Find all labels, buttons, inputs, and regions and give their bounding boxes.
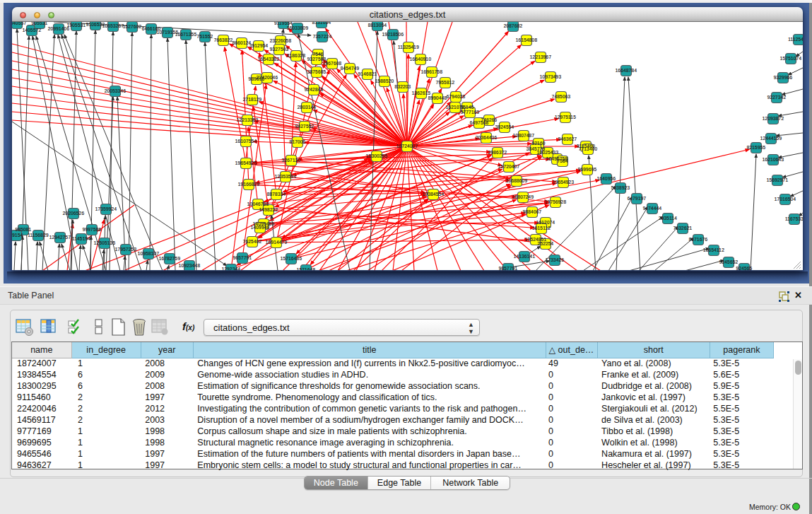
svg-text:751552: 751552 [197, 34, 213, 39]
svg-text:15692971: 15692971 [767, 177, 789, 182]
svg-text:10046788: 10046788 [247, 201, 269, 206]
svg-text:12093872: 12093872 [763, 116, 784, 121]
svg-text:11125419: 11125419 [788, 37, 803, 42]
svg-text:19166829: 19166829 [238, 182, 260, 187]
svg-text:9474444: 9474444 [643, 206, 662, 211]
svg-text:8427552: 8427552 [295, 124, 314, 129]
svg-text:7713400: 7713400 [579, 146, 598, 151]
svg-text:8131054: 8131054 [312, 22, 331, 25]
svg-text:18807249: 18807249 [512, 194, 534, 199]
svg-text:7357224: 7357224 [313, 34, 332, 39]
svg-text:19218506: 19218506 [382, 32, 404, 37]
svg-text:985081: 985081 [16, 227, 32, 232]
svg-text:9463627: 9463627 [558, 136, 577, 141]
svg-text:1588520: 1588520 [375, 78, 394, 83]
svg-text:10973493: 10973493 [540, 74, 562, 79]
svg-text:12213383: 12213383 [237, 117, 259, 122]
svg-text:10958107: 10958107 [138, 251, 160, 256]
svg-text:12213967: 12213967 [530, 54, 552, 59]
svg-text:17957253: 17957253 [115, 247, 137, 252]
svg-text:7546: 7546 [312, 52, 323, 57]
svg-text:19756928: 19756928 [545, 199, 567, 204]
svg-text:19654925: 19654925 [235, 160, 257, 165]
svg-text:12444159: 12444159 [760, 136, 782, 141]
svg-text:10654112: 10654112 [703, 247, 724, 252]
svg-text:1167533: 1167533 [785, 216, 803, 221]
svg-text:9329966: 9329966 [774, 75, 793, 80]
svg-text:16914479: 16914479 [266, 240, 288, 245]
svg-text:19384554: 19384554 [423, 192, 445, 197]
svg-text:1571648: 1571648 [297, 267, 316, 271]
svg-text:23226058: 23226058 [270, 38, 292, 43]
svg-text:7663822: 7663822 [214, 37, 233, 42]
svg-text:9997586: 9997586 [83, 227, 102, 232]
svg-text:16107554: 16107554 [235, 139, 257, 144]
svg-text:9227342: 9227342 [767, 95, 787, 100]
svg-text:15751074: 15751074 [780, 56, 802, 61]
svg-text:16543382: 16543382 [258, 57, 280, 62]
svg-text:1527602: 1527602 [123, 24, 142, 29]
svg-text:3845779: 3845779 [526, 146, 546, 151]
svg-text:9884067: 9884067 [523, 209, 542, 214]
svg-text:2087682: 2087682 [504, 23, 523, 28]
svg-text:12942757: 12942757 [49, 235, 71, 240]
svg-text:8454749: 8454749 [341, 66, 360, 71]
svg-text:14136141: 14136141 [514, 254, 536, 259]
svg-text:8471676: 8471676 [689, 237, 708, 242]
svg-text:16210643: 16210643 [763, 157, 784, 162]
svg-text:17016504: 17016504 [775, 197, 796, 201]
svg-text:1615112: 1615112 [532, 226, 551, 230]
svg-text:16648784: 16648784 [616, 68, 637, 73]
svg-text:3267130: 3267130 [282, 158, 301, 163]
svg-text:8186328: 8186328 [287, 53, 306, 58]
svg-text:9777169: 9777169 [461, 110, 480, 115]
svg-text:15720407: 15720407 [498, 164, 520, 169]
svg-text:3824554: 3824554 [495, 124, 514, 129]
svg-text:16671355: 16671355 [175, 32, 197, 37]
svg-text:2935114: 2935114 [659, 216, 677, 221]
svg-text:2967608: 2967608 [323, 61, 342, 66]
svg-text:9657791: 9657791 [233, 255, 252, 260]
svg-text:9245652: 9245652 [719, 259, 739, 264]
svg-text:1905531: 1905531 [67, 23, 86, 28]
svg-text:18724007: 18724007 [396, 144, 418, 148]
svg-text:18300295: 18300295 [366, 153, 388, 158]
svg-text:9857791: 9857791 [499, 266, 518, 271]
svg-text:989616: 989616 [249, 76, 265, 81]
svg-text:9146821: 9146821 [358, 71, 377, 76]
svg-text:10653267: 10653267 [102, 23, 124, 28]
svg-text:1145194: 1145194 [72, 236, 90, 241]
svg-text:12975115: 12975115 [555, 115, 576, 119]
svg-text:5938923: 5938923 [611, 185, 630, 190]
svg-text:16961758: 16961758 [421, 69, 443, 74]
svg-text:16033809: 16033809 [287, 25, 309, 30]
svg-text:8990448: 8990448 [428, 95, 447, 100]
svg-text:20364436: 20364436 [476, 135, 498, 140]
svg-text:3875685: 3875685 [307, 69, 326, 74]
svg-text:20206526: 20206526 [63, 211, 85, 216]
svg-text:1405572: 1405572 [23, 28, 42, 33]
svg-text:7625402: 7625402 [243, 239, 262, 244]
svg-text:6479197: 6479197 [628, 196, 647, 201]
svg-text:16154808: 16154808 [516, 37, 538, 42]
svg-text:9699695: 9699695 [578, 167, 597, 172]
svg-text:1362615: 1362615 [412, 90, 431, 95]
svg-text:8878334: 8878334 [267, 192, 286, 197]
svg-text:7955812: 7955812 [436, 80, 455, 85]
svg-text:9327503: 9327503 [270, 47, 289, 52]
svg-text:11325419: 11325419 [398, 45, 419, 49]
svg-text:252254: 252254 [538, 241, 554, 246]
svg-text:10923448: 10923448 [179, 263, 201, 268]
svg-text:12505135: 12505135 [94, 240, 116, 245]
svg-text:6794028: 6794028 [447, 94, 466, 99]
svg-text:19654923: 19654923 [553, 180, 575, 185]
svg-text:10688609: 10688609 [506, 178, 528, 183]
svg-text:39154: 39154 [12, 233, 23, 238]
svg-text:96145: 96145 [460, 105, 473, 110]
svg-text:2718129: 2718129 [243, 97, 262, 102]
svg-text:1640956: 1640956 [597, 176, 616, 181]
svg-text:8813054: 8813054 [368, 23, 387, 28]
svg-text:1612074: 1612074 [536, 220, 555, 225]
svg-text:1840557: 1840557 [12, 22, 27, 25]
svg-text:1292344: 1292344 [222, 267, 241, 271]
